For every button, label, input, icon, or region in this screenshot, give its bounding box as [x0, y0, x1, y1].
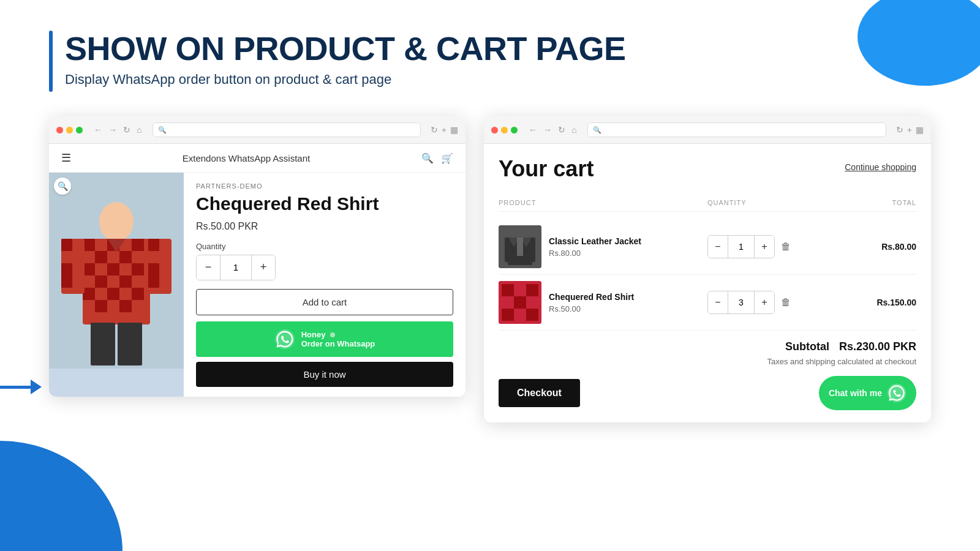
svg-rect-39: [526, 284, 538, 296]
col-product-label: PRODUCT: [499, 199, 707, 206]
tabs-icon[interactable]: ▦: [450, 125, 458, 135]
buy-now-button[interactable]: Buy it now: [196, 362, 453, 387]
traffic-lights-cart: [491, 127, 518, 133]
svg-rect-24: [148, 239, 159, 251]
cart-item-2: Chequered Red Shirt Rs.50.00 − 3 + 🗑 Rs.…: [499, 275, 916, 331]
vendor-label: PARTNERS-DEMO: [196, 182, 453, 190]
cart-item-details-1: Classic Leather Jacket Rs.80.00: [549, 236, 641, 258]
new-tab-icon[interactable]: +: [442, 125, 447, 135]
continue-shopping-link[interactable]: Continue shopping: [845, 162, 916, 172]
svg-rect-21: [61, 263, 72, 276]
chat-label: Chat with me: [829, 388, 882, 398]
cart-actions: Checkout Chat with me: [499, 376, 916, 410]
cart-item-price-1: Rs.80.00: [549, 249, 641, 258]
cart-qty-decrease-1[interactable]: −: [708, 236, 728, 258]
browser-nav-cart: ← → ↻ ⌂: [527, 125, 578, 135]
cart-item-quantity-2: − 3 + 🗑: [707, 291, 812, 314]
cart-subtotal: Subtotal Rs.230.00 PKR: [499, 340, 916, 353]
cart-item-total-1: Rs.80.00: [812, 242, 917, 252]
search-icon-address: 🔍: [158, 126, 167, 134]
product-image-svg: [49, 173, 184, 369]
subtotal-value: Rs.230.00 PKR: [839, 340, 916, 353]
cart-item: Classic Leather Jacket Rs.80.00 − 1 + 🗑 …: [499, 219, 916, 275]
cart-item-name-1: Classic Leather Jacket: [549, 236, 641, 246]
tabs-icon-cart[interactable]: ▦: [916, 125, 924, 135]
jacket-thumbnail: [499, 225, 541, 268]
shirt-image-svg: [499, 281, 541, 324]
cart-item-quantity-1: − 1 + 🗑: [707, 235, 812, 258]
whatsapp-btn-text: Honey Order on Whatsapp: [301, 330, 375, 348]
cart-browser-window: ← → ↻ ⌂ 🔍 ↻ + ▦ Your cart Continu: [484, 116, 931, 422]
svg-rect-7: [107, 263, 119, 276]
svg-rect-34: [517, 238, 523, 256]
svg-rect-41: [502, 309, 514, 321]
cart-qty-increase-2[interactable]: +: [755, 291, 774, 313]
tl-green[interactable]: [76, 127, 83, 133]
search-icon[interactable]: 🔍: [421, 152, 434, 164]
cart-item-price-2: Rs.50.00: [549, 304, 634, 313]
store-navbar: ☰ Extendons WhatsApp Assistant 🔍 🛒: [49, 144, 466, 173]
tl-yellow[interactable]: [66, 127, 73, 133]
traffic-lights-product: [56, 127, 83, 133]
svg-rect-11: [132, 288, 144, 300]
delete-item-2[interactable]: 🗑: [781, 297, 791, 308]
zoom-button[interactable]: 🔍: [54, 178, 71, 195]
add-to-cart-button[interactable]: Add to cart: [196, 289, 453, 315]
product-image-container: 🔍: [49, 173, 184, 397]
svg-rect-14: [95, 276, 107, 288]
svg-rect-15: [119, 276, 132, 288]
chat-whatsapp-button[interactable]: Chat with me: [819, 376, 916, 410]
svg-rect-25: [148, 263, 159, 276]
browser-nav-product: ← → ↻ ⌂: [92, 125, 143, 135]
wa-action-label: Order on Whatsapp: [301, 339, 375, 348]
quantity-value: 1: [220, 255, 252, 280]
reload-icon[interactable]: ↻: [431, 125, 438, 135]
col-total-label: TOTAL: [812, 199, 917, 206]
refresh-btn-cart[interactable]: ↻: [557, 125, 567, 135]
shirt-thumbnail: [499, 281, 541, 324]
checkout-button[interactable]: Checkout: [499, 379, 580, 407]
refresh-btn[interactable]: ↻: [122, 125, 132, 135]
reload-icon-cart[interactable]: ↻: [896, 125, 903, 135]
delete-item-1[interactable]: 🗑: [781, 241, 791, 252]
cart-qty-decrease-2[interactable]: −: [708, 291, 728, 313]
forward-btn[interactable]: →: [107, 125, 118, 135]
online-indicator: [330, 332, 335, 337]
browser-chrome-product: ← → ↻ ⌂ 🔍 ↻ + ▦: [49, 116, 466, 144]
tl-red-cart[interactable]: [491, 127, 498, 133]
tl-red[interactable]: [56, 127, 63, 133]
tl-green-cart[interactable]: [511, 127, 518, 133]
whatsapp-icon: [274, 329, 295, 350]
product-details: PARTNERS-DEMO Chequered Red Shirt Rs.50.…: [184, 173, 466, 397]
cart-icon[interactable]: 🛒: [441, 152, 453, 164]
address-bar-cart[interactable]: 🔍: [587, 122, 886, 137]
forward-btn-cart[interactable]: →: [542, 125, 553, 135]
header-accent-bar: [49, 31, 53, 92]
jacket-image-svg: [499, 225, 541, 268]
svg-rect-35: [505, 238, 510, 262]
tl-yellow-cart[interactable]: [501, 127, 508, 133]
svg-rect-10: [107, 288, 119, 300]
cart-qty-increase-1[interactable]: +: [755, 236, 774, 258]
new-tab-icon-cart[interactable]: +: [907, 125, 912, 135]
back-btn[interactable]: ←: [92, 125, 104, 135]
cart-qty-control-2: − 3 +: [707, 291, 775, 314]
address-bar-product[interactable]: 🔍: [153, 122, 420, 137]
svg-rect-12: [95, 251, 107, 263]
quantity-increase-btn[interactable]: +: [252, 255, 275, 280]
back-btn-cart[interactable]: ←: [527, 125, 538, 135]
highlight-arrow: [0, 380, 42, 394]
arrow-line: [0, 386, 31, 389]
home-btn-cart[interactable]: ⌂: [570, 125, 578, 135]
quantity-decrease-btn[interactable]: −: [197, 255, 220, 280]
page-title: SHOW ON PRODUCT & CART PAGE: [65, 31, 626, 67]
whatsapp-order-button[interactable]: Honey Order on Whatsapp: [196, 321, 453, 357]
windows-container: ← → ↻ ⌂ 🔍 ↻ + ▦ ☰: [49, 116, 931, 422]
home-btn[interactable]: ⌂: [135, 125, 143, 135]
hamburger-menu[interactable]: ☰: [61, 151, 71, 165]
svg-rect-16: [95, 300, 107, 312]
subtotal-label: Subtotal: [785, 340, 829, 353]
browser-actions-cart: ↻ + ▦: [896, 125, 924, 135]
svg-rect-5: [132, 239, 144, 251]
cart-item-total-2: Rs.150.00: [812, 298, 917, 307]
